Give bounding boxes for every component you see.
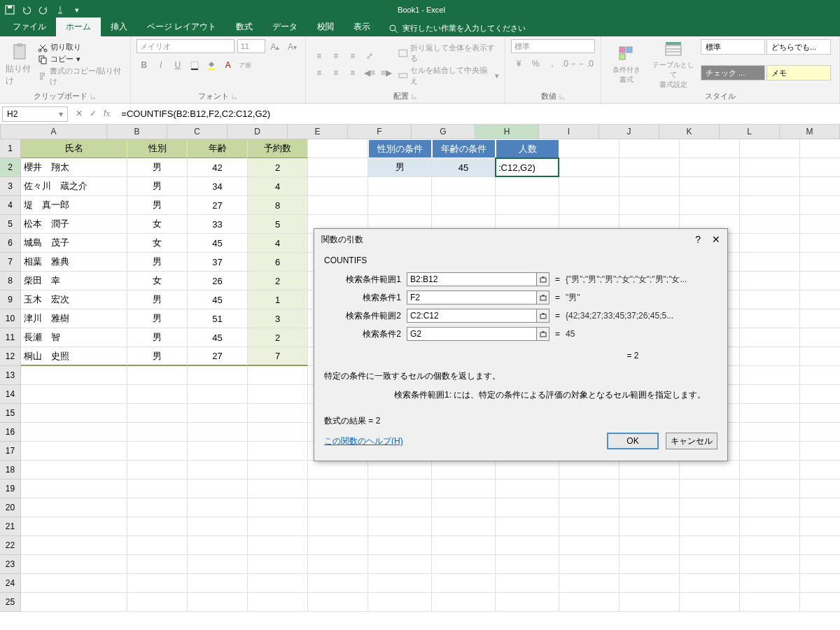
row-header[interactable]: 5 [0,215,21,234]
row-header[interactable]: 22 [0,536,21,555]
cell[interactable] [800,177,840,196]
cell[interactable] [800,215,840,234]
format-painter-button[interactable]: 書式のコピー/貼り付け [38,66,125,87]
cell[interactable] [680,498,740,517]
cell[interactable] [800,139,840,158]
cell[interactable] [127,423,188,442]
cancel-button[interactable]: キャンセル [666,433,718,449]
cell[interactable] [248,498,308,517]
name-box[interactable]: H2▾ [2,106,68,122]
cell[interactable] [620,479,680,498]
row-header[interactable]: 18 [0,461,21,479]
cell[interactable] [740,290,800,309]
cell[interactable] [248,517,308,536]
save-icon[interactable] [4,4,15,15]
cell[interactable] [21,479,127,498]
cell[interactable] [127,536,188,555]
column-header[interactable]: A [1,125,107,139]
cell[interactable] [740,215,800,234]
cell[interactable]: 性別 [127,139,188,158]
cell[interactable] [432,498,496,517]
cell[interactable] [21,593,127,612]
cell[interactable]: 女 [127,272,188,290]
cell[interactable]: 城島 茂子 [21,234,127,253]
paste-button[interactable]: 貼り付け [6,39,34,90]
cell[interactable] [800,498,840,517]
cell[interactable] [432,574,496,593]
cell[interactable] [432,177,496,196]
cell[interactable] [496,593,559,612]
cell[interactable] [680,139,740,158]
cell[interactable] [620,177,680,196]
cell[interactable]: 松本 潤子 [21,215,127,234]
cell[interactable] [127,385,188,404]
cell[interactable] [496,177,559,196]
cell[interactable]: 男 [127,253,188,272]
cell[interactable] [368,461,432,479]
phonetic-button[interactable]: ア亜 [237,57,253,73]
cell[interactable] [620,555,680,574]
font-name-input[interactable] [136,39,234,53]
cell[interactable] [800,309,840,328]
cell[interactable] [188,366,248,385]
font-size-input[interactable] [237,39,265,53]
cell[interactable] [188,442,248,461]
cell[interactable]: 長瀬 智 [21,328,127,347]
cell[interactable] [740,461,800,479]
row-header[interactable]: 12 [0,347,21,366]
cell[interactable] [368,479,432,498]
style-normal[interactable]: 標準 [701,39,765,55]
cell[interactable] [308,461,368,479]
cell[interactable] [368,498,432,517]
orientation-icon[interactable]: ⤢ [362,48,377,64]
cell[interactable] [800,517,840,536]
cell[interactable] [800,461,840,479]
cell[interactable] [248,479,308,498]
cell[interactable] [127,498,188,517]
cell[interactable] [740,139,800,158]
cell[interactable] [740,347,800,366]
style-memo[interactable]: メモ [766,65,831,80]
cell[interactable]: 予約数 [248,139,308,158]
cell[interactable] [740,517,800,536]
cell[interactable] [680,574,740,593]
cell[interactable] [188,498,248,517]
border-button[interactable] [187,57,202,73]
cell[interactable] [188,555,248,574]
cell[interactable] [800,272,840,290]
dialog-launcher-icon[interactable] [90,94,96,99]
cell[interactable]: 年齢の条件 [432,139,496,158]
cell[interactable] [127,593,188,612]
cell[interactable]: :C12,G2) [496,158,559,177]
cell[interactable]: 42 [188,158,248,177]
cell[interactable] [432,196,496,215]
row-header[interactable]: 16 [0,423,21,442]
cell[interactable] [496,517,559,536]
row-header[interactable]: 1 [0,139,21,158]
bold-button[interactable]: B [136,57,152,73]
cell[interactable] [680,177,740,196]
cell[interactable]: 27 [188,347,248,366]
cell[interactable] [21,498,127,517]
tab-ページ レイアウト[interactable]: ページ レイアウト [137,18,226,36]
cell[interactable] [308,177,368,196]
cell[interactable]: 6 [248,253,308,272]
column-header[interactable]: C [167,125,227,139]
percent-format-icon[interactable]: % [528,56,543,71]
cell[interactable]: 男 [127,309,188,328]
cell[interactable] [496,479,559,498]
cell[interactable] [496,196,559,215]
cell[interactable]: 51 [188,309,248,328]
cell[interactable] [740,366,800,385]
cell[interactable] [21,517,127,536]
cell[interactable] [740,234,800,253]
row-header[interactable]: 20 [0,498,21,517]
cell[interactable] [740,158,800,177]
cell[interactable]: 相葉 雅典 [21,253,127,272]
cell[interactable] [800,366,840,385]
cell[interactable] [368,517,432,536]
cell[interactable] [680,158,740,177]
cell[interactable] [740,404,800,423]
arg-input[interactable] [407,272,537,286]
cell[interactable] [368,196,432,215]
